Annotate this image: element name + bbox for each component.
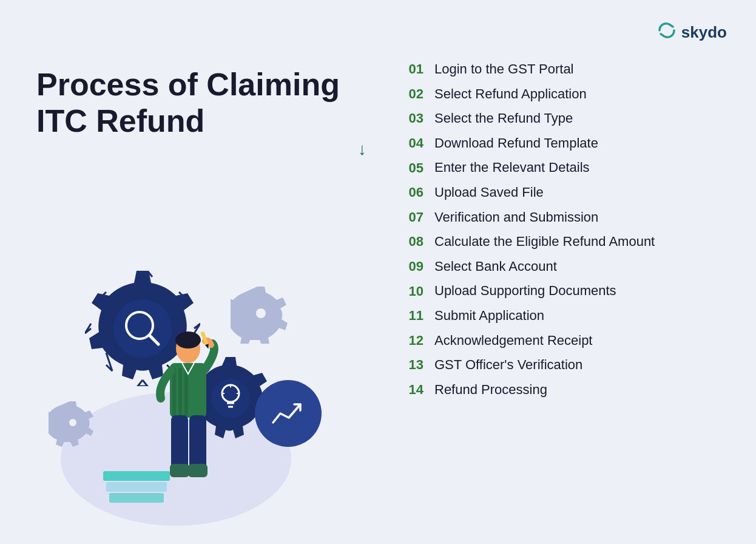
steps-list: 01Login to the GST Portal02Select Refund… (398, 61, 738, 406)
step-item: 12Acknowledgement Receipt (398, 332, 738, 350)
step-item: 07Verification and Submission (398, 209, 738, 226)
svg-rect-29 (103, 471, 170, 481)
title-line2: ITC Refund (36, 103, 340, 140)
step-item: 05Enter the Relevant Details (398, 159, 738, 177)
step-label: Upload Saved File (434, 184, 544, 202)
step-label: Enter the Relevant Details (434, 159, 590, 177)
step-label: Verification and Submission (434, 209, 598, 226)
svg-rect-28 (188, 464, 208, 477)
svg-rect-31 (109, 493, 164, 503)
logo-icon (656, 19, 678, 46)
step-item: 09Select Bank Account (398, 258, 738, 276)
step-number: 10 (398, 284, 424, 299)
arrow-down-icon: ↓ (358, 140, 366, 159)
step-label: GST Officer's Verification (434, 356, 582, 374)
svg-rect-25 (171, 415, 188, 470)
step-item: 04Download Refund Template (398, 135, 738, 152)
svg-point-16 (69, 419, 76, 426)
step-number: 02 (398, 86, 424, 102)
trend-circle (255, 380, 322, 447)
step-item: 14Refund Processing (398, 381, 738, 399)
gear-small-top-right (231, 283, 291, 344)
svg-point-18 (175, 332, 201, 348)
svg-rect-30 (106, 482, 167, 492)
step-label: Select Bank Account (434, 258, 557, 276)
person-figure (140, 332, 237, 489)
step-item: 08Calculate the Eligible Refund Amount (398, 233, 738, 251)
step-label: Select Refund Application (434, 86, 587, 103)
step-number: 07 (398, 209, 424, 225)
gear-small-bottom-left (49, 398, 97, 447)
step-number: 09 (398, 259, 424, 274)
step-number: 13 (398, 357, 424, 373)
logo-text: skydo (681, 23, 727, 42)
svg-rect-26 (189, 415, 206, 470)
svg-point-14 (256, 308, 266, 318)
svg-rect-21 (178, 368, 182, 416)
title-line1: Process of Claiming (36, 67, 340, 103)
step-number: 03 (398, 110, 424, 126)
step-label: Upload Supporting Documents (434, 282, 616, 300)
step-item: 13GST Officer's Verification (398, 356, 738, 374)
step-number: 04 (398, 135, 424, 151)
logo: skydo (656, 19, 727, 46)
svg-rect-22 (184, 368, 188, 416)
step-item: 01Login to the GST Portal (398, 61, 738, 78)
step-label: Refund Processing (434, 381, 547, 399)
step-label: Submit Application (434, 307, 544, 325)
step-number: 01 (398, 61, 424, 77)
step-item: 02Select Refund Application (398, 86, 738, 103)
step-number: 08 (398, 234, 424, 250)
step-number: 11 (398, 308, 424, 324)
step-label: Select the Refund Type (434, 110, 573, 127)
illustration (24, 259, 376, 526)
step-label: Login to the GST Portal (434, 61, 574, 78)
step-item: 06Upload Saved File (398, 184, 738, 202)
step-number: 14 (398, 382, 424, 398)
step-number: 12 (398, 333, 424, 348)
step-item: 11Submit Application (398, 307, 738, 325)
step-label: Acknowledgement Receipt (434, 332, 592, 350)
step-item: 10Upload Supporting Documents (398, 282, 738, 300)
step-item: 03Select the Refund Type (398, 110, 738, 127)
main-title: Process of Claiming ITC Refund (36, 67, 340, 140)
boxes-stack (103, 471, 176, 508)
step-label: Download Refund Template (434, 135, 598, 152)
step-number: 05 (398, 160, 424, 176)
step-label: Calculate the Eligible Refund Amount (434, 233, 655, 251)
step-number: 06 (398, 185, 424, 200)
